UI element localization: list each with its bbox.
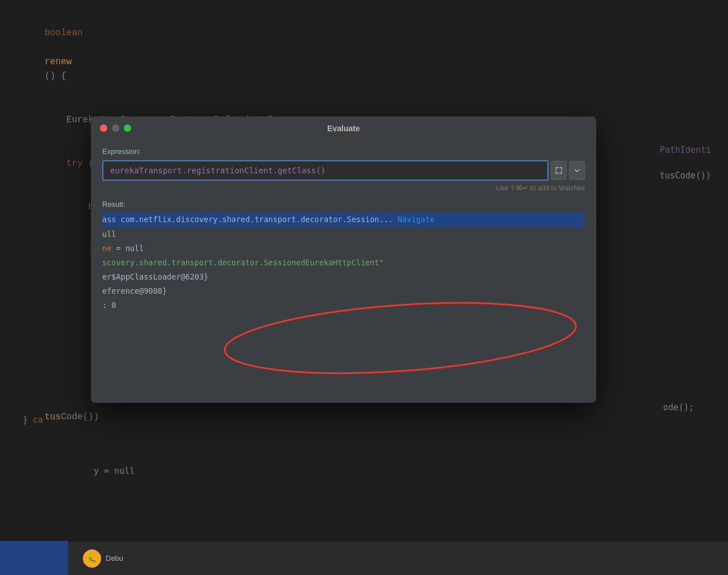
debug-icon: 🐛: [83, 549, 101, 568]
result-row-6: eference@9008}: [102, 284, 585, 298]
result-row-2: ull: [102, 227, 585, 241]
watches-hint: Use ⇧⌘↵ to add to Watches: [102, 184, 585, 192]
navigate-link[interactable]: Navigate: [398, 215, 434, 224]
minimize-button[interactable]: [112, 124, 119, 132]
evaluate-dialog: Evaluate Expression: Use ⇧⌘↵ to add to W…: [91, 116, 596, 403]
expand-button[interactable]: [551, 161, 567, 180]
result-row-7: : 0: [102, 298, 585, 312]
expression-input-row: [102, 160, 585, 181]
result-row-4: scovery.shared.transport.decorator.Sessi…: [102, 256, 585, 270]
close-button[interactable]: [100, 124, 107, 132]
expression-label: Expression:: [102, 147, 585, 156]
expression-input[interactable]: [102, 160, 549, 181]
result-area: ass com.netflix.discovery.shared.transpo…: [102, 212, 585, 394]
dialog-body: Expression: Use ⇧⌘↵ to add to Watches Re…: [91, 138, 596, 403]
dialog-title: Evaluate: [327, 124, 360, 133]
result-label: Result:: [102, 200, 585, 209]
dialog-titlebar: Evaluate: [91, 116, 596, 138]
dropdown-button[interactable]: [569, 161, 585, 180]
maximize-button[interactable]: [124, 124, 131, 132]
debug-bar: 🐛 Debu: [0, 541, 728, 575]
result-row-1: ass com.netflix.discovery.shared.transpo…: [102, 212, 585, 227]
result-row-5: er$AppClassLoader@6203}: [102, 270, 585, 284]
debug-text: Debu: [106, 554, 123, 562]
blue-panel: [0, 541, 68, 575]
window-controls: [100, 124, 131, 132]
result-row-3: ne = null: [102, 241, 585, 256]
